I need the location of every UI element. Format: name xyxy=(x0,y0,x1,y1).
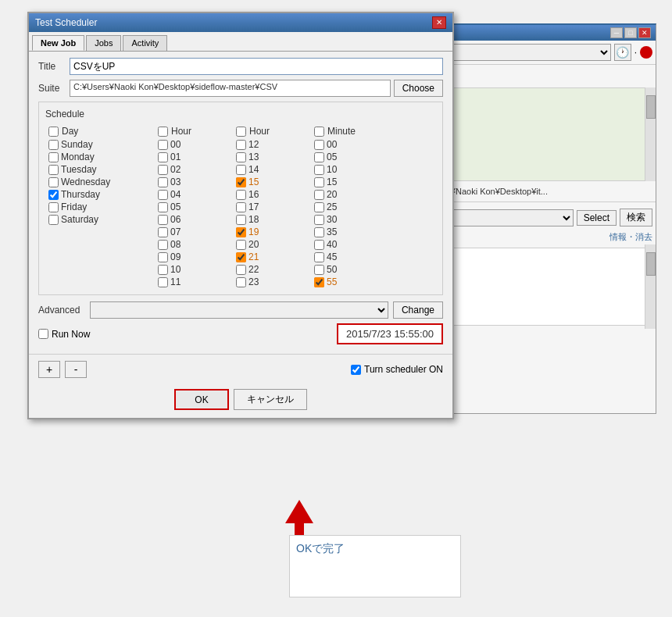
h2-12-checkbox[interactable] xyxy=(236,140,246,150)
record-icon xyxy=(640,46,652,59)
minute-col-checkbox[interactable] xyxy=(314,127,324,137)
bg-list-scrollbar-thumb[interactable] xyxy=(646,252,656,276)
h2-22-checkbox[interactable] xyxy=(236,265,246,275)
day-sunday: Sunday xyxy=(45,138,155,151)
friday-checkbox[interactable] xyxy=(48,202,59,212)
runnow-label: Run Now xyxy=(52,329,90,340)
bg-maximize-btn[interactable]: □ xyxy=(624,27,637,38)
h2-17-checkbox[interactable] xyxy=(236,202,246,212)
min-10-checkbox[interactable] xyxy=(314,165,324,175)
min-30-checkbox[interactable] xyxy=(314,215,324,225)
thursday-checkbox[interactable] xyxy=(48,190,59,200)
h2-13-checkbox[interactable] xyxy=(236,152,246,162)
hour1-10: 10 xyxy=(155,263,233,276)
h1-03-checkbox[interactable] xyxy=(158,177,168,187)
min-50: 50 xyxy=(311,263,389,276)
h1-04-checkbox[interactable] xyxy=(158,190,168,200)
scheduler-on-checkbox[interactable] xyxy=(351,365,361,375)
min-55: 55 xyxy=(311,276,389,288)
min-15-checkbox[interactable] xyxy=(314,177,324,187)
hour2-12: 12 xyxy=(233,138,311,151)
bottom-row: + - Turn scheduler ON xyxy=(29,354,452,384)
bg-close-btn[interactable]: ✕ xyxy=(638,27,651,38)
day-wednesday: Wednesday xyxy=(45,176,155,188)
advanced-row: Advanced Change xyxy=(38,301,443,319)
suite-row: Suite C:¥Users¥Naoki Kon¥Desktop¥sideflo… xyxy=(38,80,443,97)
h1-00-checkbox[interactable] xyxy=(158,140,168,150)
min-55-checkbox[interactable] xyxy=(314,277,324,287)
hour2-23: 23 xyxy=(233,276,311,288)
tab-jobs[interactable]: Jobs xyxy=(86,35,121,51)
dialog-close-btn[interactable]: ✕ xyxy=(432,16,446,29)
min-05: 05 xyxy=(311,151,389,163)
bg-search-button[interactable]: 検索 xyxy=(620,209,652,226)
add-button[interactable]: + xyxy=(38,361,60,378)
min-40-checkbox[interactable] xyxy=(314,240,324,250)
min-50-checkbox[interactable] xyxy=(314,265,324,275)
min-20-checkbox[interactable] xyxy=(314,190,324,200)
tab-activity[interactable]: Activity xyxy=(123,35,167,51)
min-25-checkbox[interactable] xyxy=(314,202,324,212)
h2-18-checkbox[interactable] xyxy=(236,215,246,225)
min-45: 45 xyxy=(311,251,389,263)
hour1-01: 01 xyxy=(155,151,233,163)
h2-21-checkbox[interactable] xyxy=(236,252,246,262)
hour1-08: 08 xyxy=(155,238,233,251)
day-col-checkbox[interactable] xyxy=(48,127,59,137)
bg-list-scrollbar[interactable] xyxy=(645,244,656,329)
monday-checkbox[interactable] xyxy=(48,152,59,162)
h1-11-checkbox[interactable] xyxy=(158,277,168,287)
ok-button[interactable]: OK xyxy=(174,389,228,410)
h2-14-checkbox[interactable] xyxy=(236,165,246,175)
remove-button[interactable]: - xyxy=(65,361,87,378)
h1-10-checkbox[interactable] xyxy=(158,265,168,275)
day-col-header: Day xyxy=(45,124,155,138)
h2-15-checkbox[interactable] xyxy=(236,177,246,187)
bg-scrollbar-thumb[interactable] xyxy=(646,95,656,119)
bg-scrollbar[interactable] xyxy=(645,87,656,181)
hour2-14: 14 xyxy=(233,163,311,176)
tab-new-job[interactable]: New Job xyxy=(32,35,84,51)
h1-05-checkbox[interactable] xyxy=(158,202,168,212)
h2-20-checkbox[interactable] xyxy=(236,240,246,250)
bg-select-button[interactable]: Select xyxy=(577,210,617,226)
datetime-display: 2015/7/23 15:55:00 xyxy=(337,323,443,344)
hour1-02: 02 xyxy=(155,163,233,176)
tuesday-checkbox[interactable] xyxy=(48,165,59,175)
scheduler-on-label: Turn scheduler ON xyxy=(364,364,443,375)
h1-02-checkbox[interactable] xyxy=(158,165,168,175)
h1-09-checkbox[interactable] xyxy=(158,252,168,262)
hour1-07: 07 xyxy=(155,226,233,238)
min-00: 00 xyxy=(311,138,389,151)
h1-08-checkbox[interactable] xyxy=(158,240,168,250)
bg-info-label[interactable]: 情報・消去 xyxy=(609,231,652,243)
min-40: 40 xyxy=(311,238,389,251)
title-input[interactable] xyxy=(70,58,443,75)
sunday-checkbox[interactable] xyxy=(48,140,59,150)
choose-button[interactable]: Choose xyxy=(394,80,443,97)
hour2-col-checkbox[interactable] xyxy=(236,127,246,137)
min-45-checkbox[interactable] xyxy=(314,252,324,262)
min-00-checkbox[interactable] xyxy=(314,140,324,150)
h1-06-checkbox[interactable] xyxy=(158,215,168,225)
min-35-checkbox[interactable] xyxy=(314,227,324,237)
bg-minimize-btn[interactable]: ─ xyxy=(610,27,623,38)
wednesday-checkbox[interactable] xyxy=(48,177,59,187)
saturday-checkbox[interactable] xyxy=(48,215,59,225)
cancel-button[interactable]: キャンセル xyxy=(234,389,307,410)
h2-16-checkbox[interactable] xyxy=(236,190,246,200)
change-button[interactable]: Change xyxy=(393,301,443,319)
h2-23-checkbox[interactable] xyxy=(236,277,246,287)
h2-19-checkbox[interactable] xyxy=(236,227,246,237)
advanced-select[interactable] xyxy=(90,301,388,319)
h1-01-checkbox[interactable] xyxy=(158,152,168,162)
runnow-checkbox[interactable] xyxy=(38,329,48,339)
min-05-checkbox[interactable] xyxy=(314,152,324,162)
hour2-16: 16 xyxy=(233,188,311,201)
title-row: Title xyxy=(38,58,443,75)
day-saturday: Saturday xyxy=(45,213,155,226)
hour1-06: 06 xyxy=(155,213,233,226)
hour1-col-checkbox[interactable] xyxy=(158,127,168,137)
h1-07-checkbox[interactable] xyxy=(158,227,168,237)
schedule-section: Schedule Day Hour Hour Minute xyxy=(38,102,443,295)
